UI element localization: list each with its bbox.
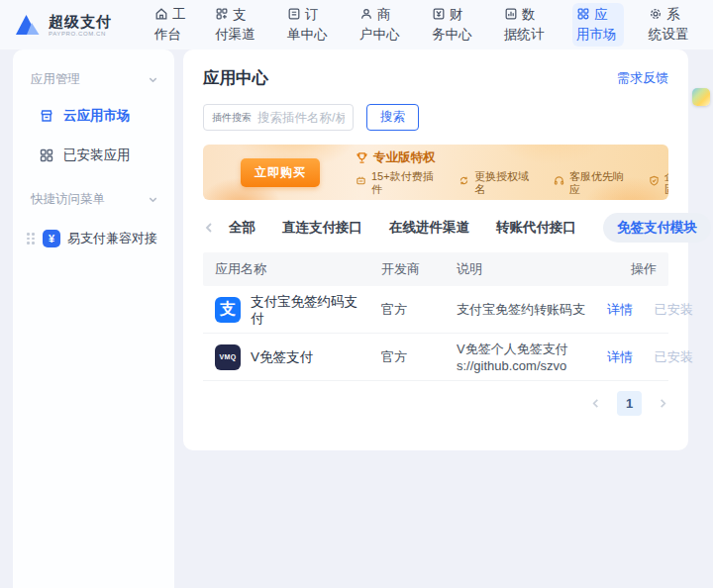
nav-item-pay-channels[interactable]: 支付渠道 bbox=[211, 3, 262, 47]
shield-icon bbox=[649, 175, 660, 186]
app-name: 支付宝免签约码支付 bbox=[251, 293, 363, 327]
col-developer: 开发商 bbox=[381, 260, 457, 278]
feedback-link[interactable]: 需求反馈 bbox=[617, 69, 668, 87]
nav-item-settings[interactable]: 系统设置 bbox=[645, 3, 696, 47]
sidebar-item-label: 已安装应用 bbox=[63, 147, 131, 164]
apps-table: 应用名称 开发商 说明 操作 支 支付宝免签约码支付 官方 支付宝免签约转账码支… bbox=[203, 252, 668, 381]
banner-feature: 企业级安全加固 bbox=[649, 170, 668, 196]
orders-icon bbox=[287, 7, 301, 21]
nav-item-finance[interactable]: 财务中心 bbox=[428, 3, 479, 47]
tab-all[interactable]: 全部 bbox=[229, 219, 255, 237]
tab-no-sign-pay[interactable]: 免签支付模块 bbox=[603, 213, 711, 243]
sidebar-item-label: 云应用市场 bbox=[63, 107, 131, 125]
stats-icon bbox=[504, 7, 518, 21]
logo-title: 超级支付 bbox=[49, 14, 112, 29]
sidebar-group-label: 快捷访问菜单 bbox=[31, 191, 105, 208]
home-icon bbox=[154, 7, 168, 21]
banner-feature: 15+款付费插件 bbox=[356, 170, 437, 196]
alipay-app-icon: 支 bbox=[215, 297, 241, 323]
nav-item-merchants[interactable]: 商户中心 bbox=[356, 3, 407, 47]
sidebar-group-app-management[interactable]: 应用管理 bbox=[25, 65, 162, 94]
app-center-panel: 应用中心 需求反馈 插件搜索 搜索 立即购买 专业版特权 15+款付费插件 更 bbox=[183, 49, 688, 450]
pro-version-banner: 立即购买 专业版特权 15+款付费插件 更换授权域名 客服优先响应 bbox=[203, 145, 668, 200]
plugin-search-box[interactable]: 插件搜索 bbox=[203, 104, 354, 131]
top-navbar: 超级支付 PAYPRO.COM.CN 工作台 支付渠道 订单中心 商户中心 财务… bbox=[0, 0, 713, 49]
col-app-name: 应用名称 bbox=[215, 260, 381, 278]
installed-label: 已安装 bbox=[655, 302, 693, 317]
refresh-icon bbox=[458, 175, 469, 186]
installed-label: 已安装 bbox=[655, 349, 693, 364]
app-description: V免签个人免签支付 s://github.com/szvo bbox=[457, 341, 607, 374]
page-number[interactable]: 1 bbox=[617, 391, 642, 416]
chevron-down-icon bbox=[148, 194, 158, 205]
buy-now-button[interactable]: 立即购买 bbox=[241, 158, 320, 187]
app-developer: 官方 bbox=[381, 301, 457, 319]
headset-icon bbox=[554, 175, 564, 186]
table-row: 支 支付宝免签约码支付 官方 支付宝免签约转账码支 详情 已安装 bbox=[203, 286, 668, 334]
col-description: 说明 bbox=[457, 260, 607, 278]
page-next-icon[interactable] bbox=[658, 398, 668, 409]
vmq-app-icon: VMQ bbox=[215, 344, 241, 370]
page-title: 应用中心 bbox=[203, 67, 268, 89]
channels-icon bbox=[215, 7, 229, 21]
search-prefix-label: 插件搜索 bbox=[212, 111, 252, 125]
sidebar-item-epay-compat[interactable]: ¥ 易支付兼容对接 bbox=[25, 222, 162, 255]
logo-icon bbox=[16, 14, 42, 36]
sidebar-item-installed-apps[interactable]: 已安装应用 bbox=[25, 138, 162, 173]
detail-link[interactable]: 详情 bbox=[607, 349, 633, 364]
tab-direct-pay[interactable]: 直连支付接口 bbox=[282, 219, 362, 237]
col-actions: 操作 bbox=[607, 260, 657, 278]
tab-online-onboarding[interactable]: 在线进件渠道 bbox=[389, 219, 469, 237]
nav-items: 工作台 支付渠道 订单中心 商户中心 财务中心 数据统计 应用市场 系统设置 bbox=[151, 3, 696, 47]
sidebar-group-quick-access[interactable]: 快捷访问菜单 bbox=[25, 185, 162, 214]
nav-item-workbench[interactable]: 工作台 bbox=[151, 3, 190, 47]
chevron-down-icon bbox=[148, 74, 158, 85]
search-input[interactable] bbox=[257, 111, 345, 125]
yen-app-icon: ¥ bbox=[43, 230, 60, 247]
plugin-icon bbox=[356, 175, 366, 186]
logo-subtitle: PAYPRO.COM.CN bbox=[49, 31, 112, 37]
tab-transfer-payout[interactable]: 转账代付接口 bbox=[496, 219, 576, 237]
sidebar-item-cloud-app-market[interactable]: 云应用市场 bbox=[25, 98, 162, 134]
app-description: 支付宝免签约转账码支 bbox=[457, 301, 607, 318]
table-row: VMQ V免签支付 官方 V免签个人免签支付 s://github.com/sz… bbox=[203, 334, 668, 381]
app-developer: 官方 bbox=[381, 348, 457, 366]
drag-handle-icon[interactable] bbox=[27, 233, 35, 245]
grid-icon bbox=[39, 147, 54, 163]
apps-icon bbox=[576, 7, 590, 21]
category-tabs: 全部 直连支付接口 在线进件渠道 转账代付接口 免签支付模块 bbox=[203, 213, 668, 243]
sidebar: 应用管理 云应用市场 已安装应用 快捷访问菜单 ¥ 易支付兼容对接 bbox=[13, 49, 174, 588]
finance-icon bbox=[432, 7, 446, 21]
pagination: 1 bbox=[203, 391, 668, 416]
search-button[interactable]: 搜索 bbox=[366, 104, 419, 131]
chevron-left-icon[interactable] bbox=[203, 222, 215, 234]
sidebar-group-label: 应用管理 bbox=[31, 71, 80, 88]
trophy-icon bbox=[356, 151, 368, 164]
app-logo: 超级支付 PAYPRO.COM.CN bbox=[16, 14, 133, 37]
nav-item-orders[interactable]: 订单中心 bbox=[283, 3, 335, 47]
merchant-icon bbox=[359, 7, 373, 21]
banner-feature: 客服优先响应 bbox=[554, 170, 627, 196]
table-header: 应用名称 开发商 说明 操作 bbox=[203, 252, 668, 286]
store-icon bbox=[39, 108, 54, 124]
banner-title: 专业版特权 bbox=[373, 149, 436, 166]
app-name: V免签支付 bbox=[251, 348, 363, 365]
page-prev-icon[interactable] bbox=[590, 398, 601, 409]
floating-chat-widget[interactable] bbox=[692, 88, 710, 106]
banner-feature: 更换授权域名 bbox=[458, 170, 532, 196]
nav-item-statistics[interactable]: 数据统计 bbox=[500, 3, 552, 47]
sidebar-item-label: 易支付兼容对接 bbox=[67, 230, 157, 247]
settings-icon bbox=[649, 7, 662, 21]
nav-item-app-market[interactable]: 应用市场 bbox=[572, 3, 624, 47]
detail-link[interactable]: 详情 bbox=[607, 302, 633, 317]
